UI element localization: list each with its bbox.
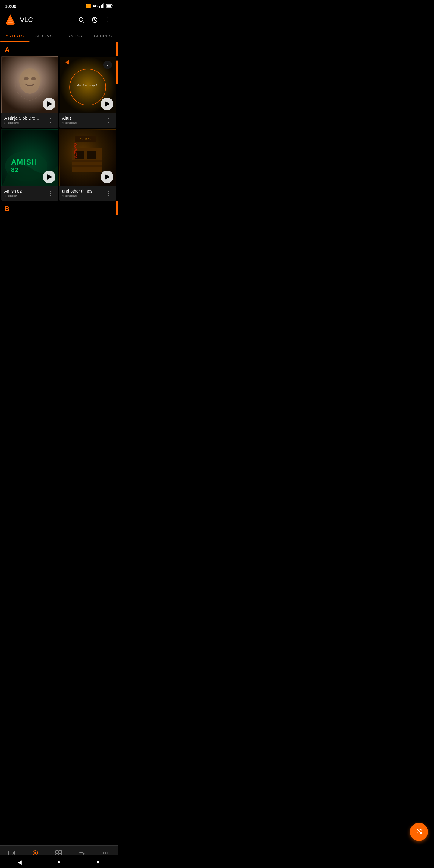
history-button[interactable] xyxy=(89,14,101,26)
home-button[interactable]: ● xyxy=(55,858,63,867)
svg-rect-2 xyxy=(102,4,103,7)
artist-thumbnail-altus[interactable]: the sidereal cycle 2 xyxy=(59,56,116,113)
svg-rect-39 xyxy=(87,151,96,158)
scroll-indicator xyxy=(116,60,118,84)
back-button[interactable]: ◀ xyxy=(16,858,24,867)
svg-point-8 xyxy=(7,23,14,25)
artist-thumbnail-other[interactable]: SLOWMO CHURCH xyxy=(59,129,116,186)
svg-rect-50 xyxy=(59,850,62,853)
artist-thumbnail-amish[interactable]: AMISH 82 xyxy=(1,129,59,186)
section-header-b: B xyxy=(0,201,118,215)
svg-rect-1 xyxy=(101,5,101,7)
signal-bars-icon xyxy=(99,3,104,9)
artist-info-ninja: A Ninja Slob Dre… 6 albums xyxy=(1,113,59,128)
svg-text:the sidereal cycle: the sidereal cycle xyxy=(77,84,98,87)
artist-albums-other: 2 albums xyxy=(62,194,92,198)
svg-rect-3 xyxy=(103,3,104,7)
artist-thumbnail-ninja[interactable] xyxy=(1,56,59,113)
svg-text:AMISH: AMISH xyxy=(11,158,37,166)
more-options-button[interactable] xyxy=(102,14,114,26)
header-actions xyxy=(75,14,114,26)
svg-rect-45 xyxy=(9,851,13,855)
play-icon xyxy=(47,101,52,107)
artist-more-other[interactable] xyxy=(104,189,113,198)
svg-text:82: 82 xyxy=(11,167,19,173)
svg-rect-49 xyxy=(56,850,59,853)
artist-grid: A Ninja Slob Dre… 6 albums xyxy=(0,56,118,201)
artist-more-altus[interactable] xyxy=(104,116,113,125)
svg-rect-55 xyxy=(79,854,82,854)
svg-rect-6 xyxy=(107,5,111,7)
svg-rect-0 xyxy=(99,6,100,7)
svg-point-58 xyxy=(105,852,106,854)
svg-point-15 xyxy=(107,18,108,19)
svg-rect-41 xyxy=(72,164,102,167)
status-icons: 📶 4G xyxy=(86,3,113,9)
artist-name-ninja: A Ninja Slob Dre… xyxy=(4,116,39,121)
artist-card-amish: AMISH 82 Amish 82 1 album xyxy=(1,129,59,201)
svg-rect-53 xyxy=(79,850,84,851)
artist-card-ninja: A Ninja Slob Dre… 6 albums xyxy=(1,56,59,128)
svg-rect-40 xyxy=(72,160,102,162)
search-button[interactable] xyxy=(75,14,87,26)
play-icon-amish xyxy=(47,174,52,180)
artist-name-other: and other things xyxy=(62,189,92,193)
svg-point-22 xyxy=(31,77,36,80)
svg-point-59 xyxy=(107,852,108,854)
artist-albums-altus: 2 albums xyxy=(62,121,77,125)
svg-rect-9 xyxy=(8,22,13,23)
wifi-icon: 📶 xyxy=(86,4,91,8)
svg-rect-10 xyxy=(8,20,12,21)
artist-card-other: SLOWMO CHURCH and other things 2 albums xyxy=(59,129,116,201)
play-icon-other xyxy=(105,174,110,180)
tab-genres[interactable]: GENRES xyxy=(88,30,118,42)
signal-4g-icon: 4G xyxy=(93,4,98,8)
artist-name-amish: Amish 82 xyxy=(4,189,22,193)
section-letter-b: B xyxy=(0,201,14,215)
artist-card-altus: the sidereal cycle 2 Altus 2 albums xyxy=(59,56,116,128)
status-time: 10:00 xyxy=(5,4,16,9)
svg-point-17 xyxy=(107,22,108,22)
svg-text:2: 2 xyxy=(106,63,108,67)
play-icon-altus xyxy=(105,101,110,107)
artist-name-altus: Altus xyxy=(62,116,77,121)
play-button-amish[interactable] xyxy=(43,170,56,183)
artist-more-amish[interactable] xyxy=(46,189,56,198)
play-button-other[interactable] xyxy=(101,170,113,183)
main-tabs: ARTISTS ALBUMS TRACKS GENRES xyxy=(0,30,118,42)
tab-tracks[interactable]: TRACKS xyxy=(59,30,88,42)
svg-rect-11 xyxy=(9,18,11,19)
recent-button[interactable]: ■ xyxy=(94,858,102,867)
svg-point-57 xyxy=(103,852,104,854)
svg-rect-54 xyxy=(79,852,84,852)
section-letter-a: A xyxy=(0,42,14,56)
status-bar: 10:00 📶 4G xyxy=(0,0,118,11)
artist-info-other: and other things 2 albums xyxy=(59,186,116,201)
svg-text:SLOWMO: SLOWMO xyxy=(73,143,77,158)
svg-line-13 xyxy=(83,21,84,23)
artist-info-altus: Altus 2 albums xyxy=(59,113,116,128)
tab-albums[interactable]: ALBUMS xyxy=(30,30,59,42)
svg-text:CHURCH: CHURCH xyxy=(80,138,91,141)
app-header: VLC xyxy=(0,11,118,29)
play-button-ninja[interactable] xyxy=(43,98,56,110)
artist-more-ninja[interactable] xyxy=(46,116,56,125)
artist-albums-amish: 1 album xyxy=(4,194,22,198)
artist-albums-ninja: 6 albums xyxy=(4,121,39,125)
vlc-logo xyxy=(4,13,17,27)
artists-content: A xyxy=(0,42,118,257)
svg-rect-5 xyxy=(112,5,113,6)
tab-artists[interactable]: ARTISTS xyxy=(0,30,30,42)
svg-point-48 xyxy=(34,852,36,854)
app-title: VLC xyxy=(20,16,72,24)
svg-point-21 xyxy=(24,77,29,80)
play-button-altus[interactable] xyxy=(101,98,113,110)
battery-icon xyxy=(106,3,113,9)
svg-point-16 xyxy=(107,20,108,21)
section-header-a: A xyxy=(0,42,118,56)
svg-point-20 xyxy=(19,68,40,94)
artist-info-amish: Amish 82 1 album xyxy=(1,186,59,201)
